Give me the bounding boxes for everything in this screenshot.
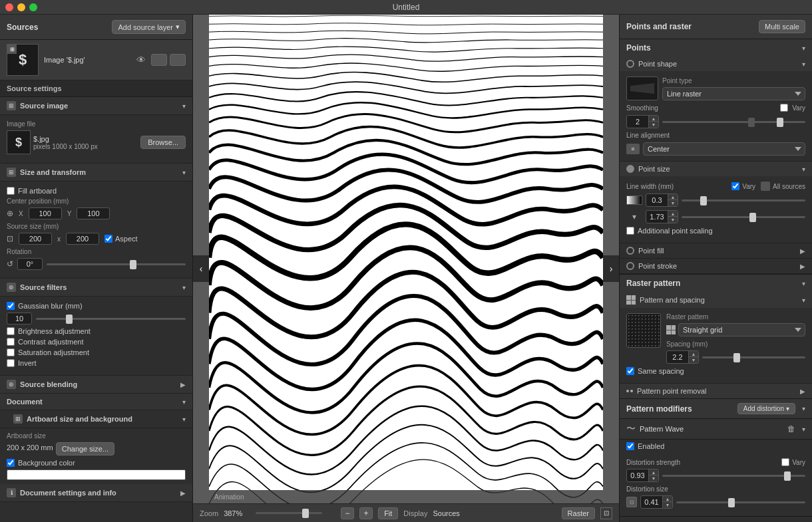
fullscreen-button[interactable]: ⊡ (600, 507, 612, 519)
zoom-minus-button[interactable]: − (341, 507, 354, 519)
maximize-button[interactable] (29, 3, 37, 11)
doc-settings-chevron: ▶ (180, 489, 186, 497)
browse-button[interactable]: Browse... (140, 136, 186, 149)
size-up[interactable]: ▲ (663, 496, 672, 502)
pattern-modifiers-header[interactable]: Pattern modifiers Add distortion ▾ ▾ (620, 399, 812, 419)
document-header[interactable]: Document ▾ (0, 394, 192, 410)
artboard-subheader[interactable]: ⊞ Artboard size and background ▾ (0, 410, 192, 428)
vary-smoothing-checkbox[interactable] (780, 104, 788, 112)
fill-artboard-checkbox[interactable] (7, 187, 15, 195)
invert-checkbox[interactable] (7, 359, 15, 367)
raster-pattern-select[interactable]: Straight grid (678, 323, 805, 336)
source-blending-header[interactable]: ⊚ Source blending ▶ (0, 376, 192, 394)
source-image-header[interactable]: ⊞ Source image ▾ (0, 97, 192, 115)
width-input[interactable] (19, 233, 52, 245)
source-filters-header[interactable]: ⊚ Source filters ▾ (0, 279, 192, 297)
fit-button[interactable]: Fit (378, 507, 398, 519)
contrast-checkbox[interactable] (7, 338, 15, 346)
gaussian-slider[interactable] (36, 318, 186, 320)
vary-width-checkbox[interactable] (731, 182, 739, 190)
enabled-checkbox[interactable] (626, 442, 634, 450)
change-size-button[interactable]: Change size... (56, 442, 114, 456)
point-stroke-radio[interactable] (626, 262, 634, 270)
same-spacing-checkbox[interactable] (626, 367, 634, 375)
close-button[interactable] (5, 3, 13, 11)
height-input[interactable] (66, 233, 99, 245)
minimize-button[interactable] (17, 3, 25, 11)
smoothing-down[interactable]: ▼ (649, 122, 658, 128)
artboard-size-row: 200 x 200 mm Change size... (7, 442, 186, 456)
add-source-button[interactable]: Add source layer ▾ (112, 20, 186, 34)
strength-up[interactable]: ▲ (649, 469, 658, 475)
point-shape-header[interactable]: Point shape ▾ (620, 57, 812, 71)
canvas-nav-right[interactable]: › (603, 255, 619, 282)
pattern-spacing-header[interactable]: Pattern and spacing ▾ (620, 292, 812, 308)
bg-color-swatch[interactable] (7, 469, 186, 480)
y-input[interactable] (77, 207, 110, 219)
point-fill-row[interactable]: Point fill ▶ (620, 243, 812, 259)
vary-strength-checkbox[interactable] (781, 458, 789, 466)
canvas-nav-left[interactable]: ‹ (193, 255, 209, 282)
spacing-up[interactable]: ▲ (689, 351, 698, 357)
point-fill-radio[interactable] (626, 247, 634, 255)
pattern-point-removal-header[interactable]: Pattern point removal ▶ (620, 384, 812, 398)
strength-down[interactable]: ▼ (649, 475, 658, 481)
aspect-checkbox[interactable] (104, 235, 112, 243)
point-stroke-row[interactable]: Point stroke ▶ (620, 259, 812, 274)
strength-input[interactable] (627, 470, 648, 481)
bg-color-checkbox[interactable] (7, 459, 15, 467)
doc-settings-header[interactable]: ℹ Document settings and info ▶ (0, 484, 192, 502)
point-size-header[interactable]: Point size ▾ (620, 162, 812, 176)
source-btn-2[interactable] (170, 54, 186, 66)
additional-scaling-checkbox[interactable] (626, 227, 634, 235)
trash-icon[interactable]: 🗑 (787, 424, 795, 434)
source-btn-1[interactable] (151, 54, 167, 66)
width-1-slider[interactable] (682, 199, 805, 201)
width-2-slider[interactable] (682, 216, 805, 218)
visibility-icon[interactable]: 👁 (136, 55, 146, 65)
spacing-slider[interactable] (702, 356, 805, 358)
point-shape-radio[interactable] (626, 60, 634, 68)
point-size-radio[interactable] (626, 165, 634, 173)
canvas-image[interactable]: // This will be done via CSS/SVG paths b… (209, 15, 603, 503)
line-alignment-select[interactable]: Center (643, 142, 805, 156)
pattern-wave-row: 〜 Pattern Wave 🗑 ▾ (620, 419, 812, 440)
smoothing-up[interactable]: ▲ (649, 116, 658, 122)
width-1-up[interactable]: ▲ (668, 194, 678, 200)
line-raster-preview (630, 82, 654, 95)
size-slider[interactable] (676, 501, 805, 503)
width-1-input[interactable] (646, 195, 668, 205)
points-section-header[interactable]: Points ▾ (620, 39, 812, 57)
expand-icon[interactable]: ▾ (626, 212, 642, 221)
multi-scale-button[interactable]: Multi scale (759, 20, 805, 33)
point-type-select[interactable]: Line raster (662, 87, 805, 100)
distortion-content: Distortion strength Vary ▲ ▼ (620, 454, 812, 516)
smoothing-slider[interactable] (662, 121, 805, 123)
size-transform-header[interactable]: ⊞ Size and transform ▾ (0, 164, 192, 182)
wave-chevron: ▾ (802, 426, 805, 433)
raster-button[interactable]: Raster (562, 507, 595, 519)
zoom-slider[interactable] (256, 512, 322, 514)
pattern-point-removal-title: Pattern point removal (637, 387, 796, 395)
width-2-down[interactable]: ▼ (668, 217, 678, 223)
rotation-input[interactable] (17, 258, 43, 270)
gaussian-input[interactable] (7, 313, 32, 325)
width-2-up[interactable]: ▲ (668, 211, 678, 217)
point-size-subsection: Point size ▾ Line width (mm) Vary All so… (620, 162, 812, 243)
zoom-plus-button[interactable]: + (359, 507, 373, 519)
smoothing-input[interactable] (627, 116, 648, 127)
add-distortion-button[interactable]: Add distortion ▾ (737, 403, 795, 414)
width-2-input[interactable] (646, 211, 668, 222)
saturation-checkbox[interactable] (7, 348, 15, 356)
strength-slider[interactable] (662, 475, 805, 477)
raster-pattern-header[interactable]: Raster pattern ▾ (620, 275, 812, 292)
spacing-down[interactable]: ▼ (689, 357, 698, 363)
size-down[interactable]: ▼ (663, 502, 672, 508)
rotation-slider[interactable] (47, 263, 186, 265)
width-1-down[interactable]: ▼ (668, 200, 678, 206)
spacing-input[interactable] (667, 352, 688, 362)
gaussian-blur-checkbox[interactable] (7, 302, 15, 310)
size-input[interactable] (641, 497, 662, 507)
x-input[interactable] (29, 207, 62, 219)
brightness-checkbox[interactable] (7, 327, 15, 335)
